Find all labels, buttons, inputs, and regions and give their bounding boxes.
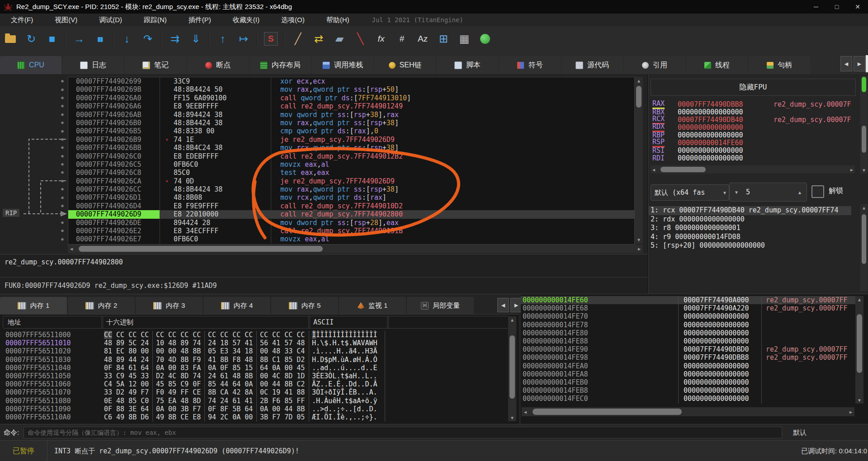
tab-breakpoint[interactable]: 断点: [187, 56, 249, 74]
disasm-row[interactable]: 00007FF7449026B048:8B4424 38mov rax,qwor…: [68, 119, 634, 127]
call-argument-row[interactable]: 4: r9 000000000014FD08: [649, 233, 851, 242]
breakpoint-dot[interactable]: ●: [58, 94, 67, 102]
function-fx-icon[interactable]: fx: [372, 29, 391, 48]
step-over-icon[interactable]: ↷: [138, 29, 157, 48]
menu-item-2[interactable]: 视图(V): [44, 14, 88, 26]
tab-symbols[interactable]: 符号: [499, 56, 561, 74]
register-row[interactable]: RAX00007FF74490DBB8re2_dump_scy.00007F: [652, 100, 858, 108]
stack-vertical-scrollbar[interactable]: ▲ ▼: [855, 296, 863, 404]
tab-script[interactable]: 脚本: [437, 56, 498, 74]
fat-arrows-icon[interactable]: ⇄: [309, 29, 328, 48]
register-value[interactable]: 0000000000000000: [678, 146, 755, 155]
breakpoint-dot[interactable]: ●: [58, 102, 67, 110]
patch-icon[interactable]: ╱: [288, 29, 307, 48]
stack-row[interactable]: 000000000014FE780000000000000000: [521, 321, 855, 329]
stack-row[interactable]: 000000000014FE700000000000000000: [521, 312, 855, 320]
breakpoint-dot[interactable]: ●: [58, 210, 67, 218]
call-argument-row[interactable]: 2: rdx 0000000000000000: [649, 215, 851, 224]
stack-row[interactable]: 000000000014FEA00000000000000000: [521, 362, 855, 370]
restart-icon[interactable]: ↻: [22, 29, 41, 48]
dump-row[interactable]: 00007FFF5651105033 C9 45 33D2 4C 8D 7424…: [0, 372, 519, 380]
register-value[interactable]: 0000000000000000: [678, 108, 755, 116]
stop-icon[interactable]: ■: [42, 29, 61, 48]
dump-vertical-scrollbar[interactable]: ▲ ▼: [508, 316, 516, 421]
dump-row[interactable]: 00007FFF565110A0C6 49 8B D649 8B CE E894…: [0, 413, 519, 421]
dump-row[interactable]: 00007FFF5651103048 89 44 2470 4D 8B F941…: [0, 356, 519, 364]
breakpoint-dot[interactable]: ●: [58, 160, 67, 168]
tab-handles[interactable]: 句柄: [749, 56, 810, 74]
stack-row[interactable]: 000000000014FE6800007FF74490A220re2_dump…: [521, 304, 855, 312]
tab-memory-3[interactable]: 内存 3: [136, 297, 203, 314]
dump-row[interactable]: 00007FFF565110900F 88 3E 640A 00 3B F70F…: [0, 405, 519, 413]
hide-fpu-header[interactable]: 隐藏FPU: [651, 79, 856, 96]
tab-memory-4[interactable]: 内存 4: [203, 297, 270, 314]
disasm-row[interactable]: 00007FF7449026B9▾74 1Eje re2_dump_scy.7F…: [68, 136, 634, 144]
breakpoint-gutter[interactable]: ●●●●●●●●●●●●●●●●●●●●: [58, 77, 67, 243]
tab-memory-1[interactable]: 内存 1: [0, 297, 67, 314]
disasm-row[interactable]: 00007FF7449026DE894424 28mov dword ptr s…: [68, 219, 634, 227]
dump-rows[interactable]: 00007FFF56511000CC CC CC CCCC CC CC CCCC…: [0, 331, 519, 421]
stack-row[interactable]: 000000000014FEA80000000000000000: [521, 370, 855, 378]
registers-horizontal-scrollbar[interactable]: ◀ ▶: [651, 165, 855, 174]
register-row[interactable]: RBP0000000000000000: [652, 131, 858, 139]
tab-scroll-right-button[interactable]: ▶: [854, 56, 865, 71]
menu-item-3[interactable]: 调试(D): [88, 14, 133, 26]
run-until-expression-icon[interactable]: ↦: [234, 29, 253, 48]
highlight-icon[interactable]: ╲: [351, 29, 370, 48]
tab-threads[interactable]: 线程: [686, 56, 748, 74]
dump-row[interactable]: 00007FFF56511060C4 5A 12 0045 85 C9 0F85…: [0, 380, 519, 388]
disasm-row[interactable]: 00007FF7449026AB48:894424 38mov qword pt…: [68, 111, 634, 119]
disasm-row[interactable]: 00007FF7449026CA▾74 0Dje re2_dump_scy.7F…: [68, 177, 634, 185]
calculator-icon[interactable]: ▦: [455, 29, 474, 48]
register-value[interactable]: 0000000000000000: [678, 154, 755, 162]
tab-references[interactable]: 引用: [624, 56, 685, 74]
tab-scroll-left-button[interactable]: ◀: [840, 56, 852, 71]
disasm-row[interactable]: 00007FF74490269933C9xor ecx,ecx: [68, 77, 634, 85]
register-value[interactable]: 0000000000000000: [678, 123, 755, 132]
disasm-row[interactable]: 00007FF7449026BB48:8B4C24 38mov rcx,qwor…: [68, 144, 634, 152]
tab-watch-6[interactable]: 监视 1: [339, 297, 406, 314]
disassembly-horizontal-scrollbar[interactable]: ◀ ▶: [68, 245, 643, 253]
dump-row[interactable]: 00007FFF56511000CC CC CC CCCC CC CC CCCC…: [0, 331, 519, 339]
pause-icon[interactable]: ▮▮: [90, 29, 109, 48]
dump-row[interactable]: 00007FFF565110800E 48 85 C075 EA 48 8D74…: [0, 397, 519, 405]
disasm-row[interactable]: 00007FF7449026B548:8338 00cmp qword ptr …: [68, 127, 634, 135]
breakpoint-dot[interactable]: ●: [58, 193, 67, 201]
disassembly-table[interactable]: 00007FF74490269933C9xor ecx,ecx00007FF74…: [68, 77, 635, 245]
register-row[interactable]: RSI0000000000000000: [652, 146, 858, 154]
tab-notes[interactable]: 笔记: [125, 56, 186, 74]
disasm-row[interactable]: 00007FF7449026C885C0test eax,eax: [68, 169, 634, 177]
disasm-row[interactable]: 00007FF7449026C50FB6C0movzx eax,al: [68, 160, 634, 169]
call-argument-row[interactable]: 5: [rsp+20] 0000000000000000: [649, 241, 851, 250]
breakpoint-dot[interactable]: ●: [58, 110, 67, 118]
stack-rows[interactable]: 000000000014FE6000007FF74490A000re2_dump…: [521, 296, 855, 403]
tab-source[interactable]: 源代码: [561, 56, 623, 74]
run-icon[interactable]: →: [70, 29, 89, 48]
disasm-row[interactable]: 00007FF7449026A0FF15 6A090100call qword …: [68, 94, 634, 102]
dump-row[interactable]: 00007FFF565110400F 84 61 640A 00 83 FA0A…: [0, 364, 519, 372]
menu-item-8[interactable]: 帮助(H): [316, 14, 360, 26]
maximize-button[interactable]: □: [826, 0, 847, 14]
disassembly-vertical-scrollbar[interactable]: ▲ ▼: [635, 77, 643, 244]
arguments-vertical-scrollbar[interactable]: ▲: [860, 204, 868, 291]
font-az-icon[interactable]: Az: [413, 29, 432, 48]
step-into-icon[interactable]: ↓: [118, 29, 137, 48]
disasm-row[interactable]: 00007FF7449026D9E8 22010000call re2_dump…: [68, 210, 634, 218]
menu-item-6[interactable]: 收藏夹(I): [222, 14, 270, 26]
register-row[interactable]: RCX00007FF74490DB40re2_dump_scy.00007F: [652, 116, 858, 123]
registers-list[interactable]: RAX00007FF74490DBB8re2_dump_scy.00007FRB…: [652, 100, 858, 162]
dump-row[interactable]: 00007FFF5651101048 89 5C 2410 48 89 7424…: [0, 339, 519, 347]
stack-row[interactable]: 000000000014FEB00000000000000000: [521, 378, 855, 386]
breakpoint-dot[interactable]: ●: [58, 226, 67, 235]
breakpoint-dot[interactable]: ●: [58, 202, 67, 210]
tab-cpu[interactable]: CPU: [0, 56, 61, 74]
spinner-up-icon[interactable]: ▲: [798, 190, 801, 195]
stack-horizontal-scrollbar[interactable]: ◀ ▶: [522, 407, 854, 416]
breakpoint-dot[interactable]: ●: [58, 118, 67, 127]
stack-row[interactable]: 000000000014FEB80000000000000000: [521, 386, 855, 395]
calling-convention-dropdown[interactable]: 默认 (x64 fas ▼: [651, 184, 729, 201]
step-out-icon[interactable]: ↑: [213, 29, 232, 48]
call-argument-row[interactable]: 3: r8 0000000000000001: [649, 224, 851, 233]
tab-call-stack[interactable]: 调用堆栈: [312, 56, 373, 74]
stack-row[interactable]: 000000000014FE9000007FF74490DBD0re2_dump…: [521, 345, 855, 353]
